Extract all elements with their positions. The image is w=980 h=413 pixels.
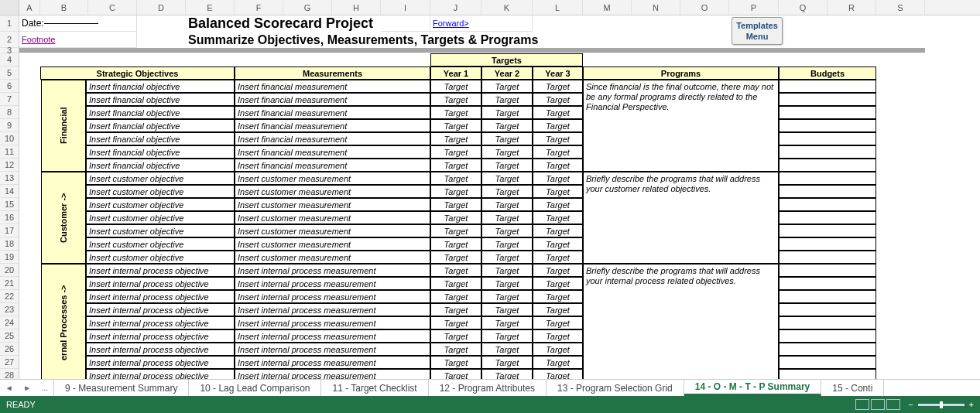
back-link[interactable] [381,15,430,32]
row-header-9[interactable]: 9 [0,119,19,132]
measurement-cell[interactable]: Insert customer measurement [235,237,430,251]
row-header-11[interactable]: 11 [0,145,19,159]
target-year2-cell[interactable]: Target [481,198,533,211]
target-year2-cell[interactable]: Target [481,119,533,132]
col-header-G[interactable]: G [283,0,332,15]
target-year2-cell[interactable]: Target [481,369,533,379]
row-header-22[interactable]: 22 [0,290,19,303]
target-year1-cell[interactable]: Target [430,93,481,106]
target-year1-cell[interactable]: Target [430,172,481,185]
budget-cell[interactable] [779,369,876,379]
row-header-3[interactable]: 3 [0,48,19,53]
target-year2-cell[interactable]: Target [481,172,533,185]
row-header-13[interactable]: 13 [0,172,19,185]
target-year1-cell[interactable]: Target [430,106,481,119]
row-header-23[interactable]: 23 [0,303,19,316]
budget-cell[interactable] [779,251,876,264]
target-year2-cell[interactable]: Target [481,237,533,251]
target-year2-cell[interactable]: Target [481,93,533,106]
sheet-tab[interactable]: 12 - Program Attributes [429,380,547,396]
target-year2-cell[interactable]: Target [481,132,533,145]
target-year1-cell[interactable]: Target [430,211,481,224]
measurement-cell[interactable]: Insert internal process measurement [235,329,430,343]
row-header-1[interactable]: 1 [0,15,19,32]
measurement-cell[interactable]: Insert customer measurement [235,224,430,237]
target-year2-cell[interactable]: Target [481,80,533,93]
measurement-cell[interactable]: Insert internal process measurement [235,369,430,379]
target-year1-cell[interactable]: Target [430,159,481,172]
target-year1-cell[interactable]: Target [430,145,481,159]
objective-cell[interactable]: Insert customer objective [86,198,235,211]
measurement-cell[interactable]: Insert financial measurement [235,145,430,159]
row-header-6[interactable]: 6 [0,80,19,93]
target-year1-cell[interactable]: Target [430,237,481,251]
col-header-A[interactable]: A [19,0,40,15]
target-year2-cell[interactable]: Target [481,303,533,316]
target-year3-cell[interactable]: Target [533,356,583,369]
target-year3-cell[interactable]: Target [533,264,583,277]
measurement-cell[interactable]: Insert financial measurement [235,159,430,172]
row-header-24[interactable]: 24 [0,316,19,329]
target-year3-cell[interactable]: Target [533,290,583,303]
objective-cell[interactable]: Insert internal process objective [86,277,235,290]
row-header-15[interactable]: 15 [0,198,19,211]
budget-cell[interactable] [779,80,876,93]
target-year1-cell[interactable]: Target [430,251,481,264]
zoom-out-button[interactable]: − [908,400,913,409]
budget-cell[interactable] [779,329,876,343]
budget-cell[interactable] [779,211,876,224]
row-header-27[interactable]: 27 [0,356,19,369]
measurement-cell[interactable]: Insert internal process measurement [235,277,430,290]
target-year3-cell[interactable]: Target [533,172,583,185]
target-year3-cell[interactable]: Target [533,224,583,237]
target-year1-cell[interactable]: Target [430,290,481,303]
objective-cell[interactable]: Insert financial objective [86,119,235,132]
budget-cell[interactable] [779,290,876,303]
normal-view-icon[interactable] [855,399,869,410]
zoom-slider[interactable] [918,404,965,406]
objective-cell[interactable]: Insert customer objective [86,185,235,198]
objective-cell[interactable]: Insert customer objective [86,251,235,264]
target-year2-cell[interactable]: Target [481,356,533,369]
target-year2-cell[interactable]: Target [481,343,533,356]
measurement-cell[interactable]: Insert internal process measurement [235,290,430,303]
target-year3-cell[interactable]: Target [533,198,583,211]
measurement-cell[interactable]: Insert customer measurement [235,211,430,224]
budget-cell[interactable] [779,303,876,316]
budget-cell[interactable] [779,198,876,211]
target-year3-cell[interactable]: Target [533,369,583,379]
objective-cell[interactable]: Insert internal process objective [86,343,235,356]
budget-cell[interactable] [779,132,876,145]
sheet-tab[interactable]: 10 - Lag Lead Comparison [189,380,321,396]
col-header-M[interactable]: M [583,0,632,15]
row-header-20[interactable]: 20 [0,264,19,277]
row-header-14[interactable]: 14 [0,185,19,198]
objective-cell[interactable]: Insert financial objective [86,106,235,119]
budget-cell[interactable] [779,172,876,185]
budget-cell[interactable] [779,316,876,329]
row-header-16[interactable]: 16 [0,211,19,224]
measurement-cell[interactable]: Insert customer measurement [235,172,430,185]
target-year3-cell[interactable]: Target [533,132,583,145]
target-year3-cell[interactable]: Target [533,329,583,343]
target-year1-cell[interactable]: Target [430,264,481,277]
target-year2-cell[interactable]: Target [481,185,533,198]
col-header-H[interactable]: H [332,0,381,15]
measurement-cell[interactable]: Insert financial measurement [235,80,430,93]
budget-cell[interactable] [779,145,876,159]
date-label-cell[interactable]: Date: [19,15,137,32]
objective-cell[interactable]: Insert customer objective [86,211,235,224]
col-header-C[interactable]: C [88,0,137,15]
measurement-cell[interactable]: Insert internal process measurement [235,303,430,316]
page-layout-view-icon[interactable] [871,399,885,410]
col-header-Q[interactable]: Q [779,0,828,15]
objective-cell[interactable]: Insert internal process objective [86,264,235,277]
target-year1-cell[interactable]: Target [430,329,481,343]
target-year2-cell[interactable]: Target [481,290,533,303]
objective-cell[interactable]: Insert customer objective [86,237,235,251]
col-header-J[interactable]: J [430,0,481,15]
budget-cell[interactable] [779,343,876,356]
target-year2-cell[interactable]: Target [481,159,533,172]
target-year1-cell[interactable]: Target [430,198,481,211]
objective-cell[interactable]: Insert customer objective [86,224,235,237]
